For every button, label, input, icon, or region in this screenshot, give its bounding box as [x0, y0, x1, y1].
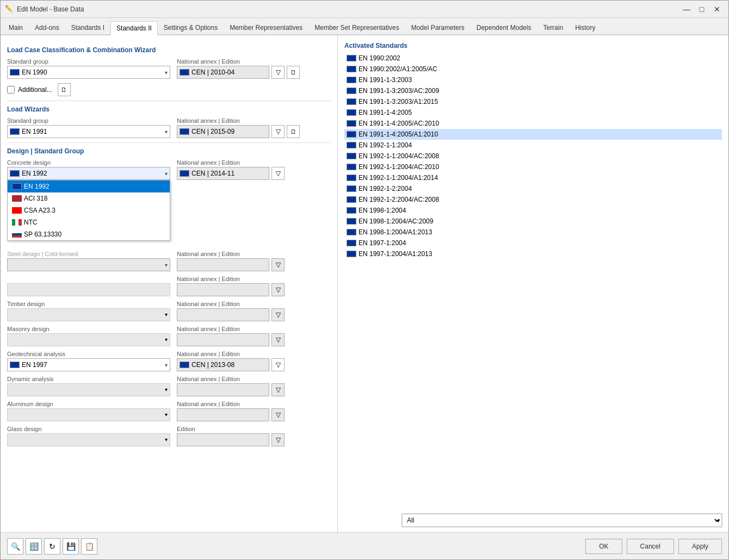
- standard-item[interactable]: EN 1997-1:2004: [344, 238, 722, 248]
- tab-model-params[interactable]: Model Parameters: [405, 20, 471, 34]
- standard-item[interactable]: EN 1991-1-4:2005: [344, 107, 722, 118]
- tab-standards2[interactable]: Standards II: [110, 21, 158, 35]
- dropdown-item-csa[interactable]: CSA A23.3: [8, 204, 170, 216]
- standard-item[interactable]: EN 1992-1-1:2004/AC:2008: [344, 151, 722, 161]
- masonry-national-select[interactable]: [177, 333, 269, 346]
- minimize-button[interactable]: —: [679, 3, 694, 15]
- tab-member-rep[interactable]: Member Representatives: [224, 20, 308, 34]
- tab-standards1[interactable]: Standards I: [65, 20, 110, 34]
- glass-select[interactable]: ▾: [7, 433, 170, 446]
- standard-item[interactable]: EN 1992-1-2:2004: [344, 183, 722, 194]
- standard-item[interactable]: EN 1992-1-2:2004/AC:2008: [344, 194, 722, 205]
- standard-group-select[interactable]: EN 1990 ▾: [7, 66, 170, 79]
- tab-member-set-rep[interactable]: Member Set Representatives: [308, 20, 405, 34]
- glass-filter-button[interactable]: ▽: [271, 433, 285, 446]
- apply-button[interactable]: Apply: [678, 539, 722, 554]
- standard-item[interactable]: EN 1991-1-3:2003/A1:2015: [344, 96, 722, 107]
- standard-item[interactable]: EN 1992-1-1:2004/A1:2014: [344, 172, 722, 183]
- standard-item[interactable]: EN 1998-1:2004/A1:2013: [344, 227, 722, 238]
- steel2-select[interactable]: [7, 283, 170, 296]
- standard-item[interactable]: EN 1992-1-1:2004: [344, 140, 722, 151]
- tab-dependent-models[interactable]: Dependent Models: [471, 20, 538, 34]
- dynamic-select[interactable]: ▾: [7, 383, 170, 396]
- dropdown-item-aci318[interactable]: ACI 318: [8, 192, 170, 204]
- lw-filter-button[interactable]: ▽: [271, 125, 285, 138]
- chevron-down-icon: ▾: [165, 262, 168, 268]
- dynamic-filter-button[interactable]: ▽: [271, 383, 285, 396]
- tab-settings[interactable]: Settings & Options: [158, 20, 224, 34]
- lw-national-annex-value: CEN | 2015-09: [191, 128, 234, 135]
- standard-item-highlighted[interactable]: EN 1991-1-4:2005/A1:2010: [344, 129, 722, 140]
- concrete-design-select[interactable]: EN 1992 ▾: [7, 167, 170, 180]
- ok-button[interactable]: OK: [585, 539, 622, 554]
- standard-item[interactable]: EN 1991-1-3:2003/AC:2009: [344, 85, 722, 96]
- tab-history[interactable]: History: [569, 20, 601, 34]
- eu-flag-icon: [10, 69, 20, 76]
- timber-design-select[interactable]: ▾: [7, 308, 170, 321]
- geotechnical-filter-button[interactable]: ▽: [271, 358, 285, 371]
- left-panel: Load Case Classification & Combination W…: [1, 35, 338, 532]
- national-annex-select[interactable]: CEN | 2010-04: [177, 66, 269, 79]
- standard-item[interactable]: EN 1991-1-4:2005/AC:2010: [344, 118, 722, 129]
- glass-edition-select[interactable]: [177, 433, 269, 446]
- geotechnical-select[interactable]: EN 1997 ▾: [7, 358, 170, 371]
- aluminum-national-select[interactable]: [177, 408, 269, 421]
- steel-design-select[interactable]: ▾: [7, 258, 170, 271]
- standard-item[interactable]: EN 1998-1:2004/AC:2009: [344, 216, 722, 227]
- cancel-button[interactable]: Cancel: [627, 539, 674, 554]
- refresh-icon-button[interactable]: ↻: [44, 538, 60, 555]
- steel2-national-select[interactable]: [177, 283, 269, 296]
- concrete-filter-button[interactable]: ▽: [271, 167, 285, 180]
- aluminum-filter-button[interactable]: ▽: [271, 408, 285, 421]
- standard-item[interactable]: EN 1990:2002/A1:2005/AC: [344, 64, 722, 74]
- additional-copy-button[interactable]: 🗋: [58, 83, 71, 96]
- steel2-filter-button[interactable]: ▽: [271, 283, 285, 296]
- standard-code: EN 1991-1-4:2005: [359, 109, 412, 116]
- dropdown-item-sp63[interactable]: SP 63.13330: [8, 228, 170, 240]
- tab-terrain[interactable]: Terrain: [537, 20, 569, 34]
- aluminum-national-label: National annex | Edition: [177, 401, 331, 407]
- standard-item[interactable]: EN 1997-1:2004/A1:2013: [344, 248, 722, 259]
- standards-list: EN 1990:2002 EN 1990:2002/A1:2005/AC EN …: [344, 53, 722, 259]
- timber-design-col: Timber design ▾: [7, 301, 170, 321]
- lw-copy-button[interactable]: 🗋: [287, 125, 300, 138]
- calculator-icon-button[interactable]: 🔢: [26, 538, 42, 555]
- standard-code: EN 1997-1:2004: [359, 239, 406, 247]
- standard-item[interactable]: EN 1998-1:2004: [344, 205, 722, 216]
- aluminum-select[interactable]: ▾: [7, 408, 170, 421]
- dynamic-national-select[interactable]: [177, 383, 269, 396]
- glass-edition-row: ▽: [177, 433, 331, 446]
- dropdown-item-en1992[interactable]: EN 1992: [8, 181, 170, 192]
- save-icon-button[interactable]: 💾: [63, 538, 79, 555]
- maximize-button[interactable]: □: [695, 3, 709, 15]
- masonry-design-row: Masonry design ▾ National annex | Editio…: [7, 326, 331, 346]
- tab-main[interactable]: Main: [3, 20, 29, 34]
- tab-addons[interactable]: Add-ons: [29, 20, 65, 34]
- load-wizards-title: Load Wizards: [7, 105, 331, 113]
- steel-filter-button[interactable]: ▽: [271, 258, 285, 271]
- geotechnical-national-row: CEN | 2013-08 ▽: [177, 358, 331, 371]
- dropdown-item-ntc[interactable]: NTC: [8, 216, 170, 228]
- copy-button[interactable]: 🗋: [287, 66, 300, 79]
- standard-item[interactable]: EN 1991-1-3:2003: [344, 74, 722, 85]
- standard-item[interactable]: EN 1992-1-1:2004/AC:2010: [344, 161, 722, 172]
- lw-national-annex-select[interactable]: CEN | 2015-09: [177, 125, 269, 138]
- geotechnical-national-select[interactable]: CEN | 2013-08: [177, 358, 269, 371]
- title-bar: ✏️ Edit Model - Base Data — □ ✕: [1, 1, 728, 18]
- search-icon-button[interactable]: 🔍: [7, 538, 23, 555]
- lw-standard-group-select[interactable]: EN 1991 ▾: [7, 125, 170, 138]
- standard-group-value: EN 1990: [22, 69, 47, 76]
- aluminum-label: Aluminum design: [7, 401, 170, 407]
- masonry-design-select[interactable]: ▾: [7, 333, 170, 346]
- filter-button[interactable]: ▽: [271, 66, 285, 79]
- close-button[interactable]: ✕: [710, 3, 724, 15]
- steel-national-select[interactable]: [177, 258, 269, 271]
- filter-dropdown[interactable]: All: [402, 514, 722, 527]
- masonry-filter-button[interactable]: ▽: [271, 333, 285, 346]
- standard-item[interactable]: EN 1990:2002: [344, 53, 722, 64]
- additional-checkbox[interactable]: [7, 86, 15, 94]
- timber-national-select[interactable]: [177, 308, 269, 321]
- copy-icon-button[interactable]: 📋: [81, 538, 97, 555]
- timber-filter-button[interactable]: ▽: [271, 308, 285, 321]
- concrete-national-select[interactable]: CEN | 2014-11: [177, 167, 269, 180]
